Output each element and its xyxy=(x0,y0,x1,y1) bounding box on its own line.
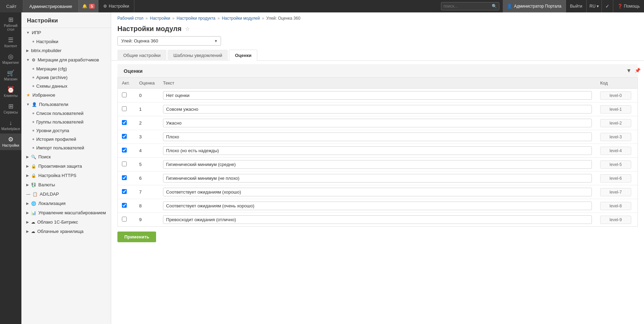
breadcrumb-link-2[interactable]: Настройки продукта xyxy=(177,16,215,21)
row-checkbox-1[interactable] xyxy=(122,106,127,111)
migrations-icon: ⚙ xyxy=(32,58,36,62)
sidebar-group-header-scaling[interactable]: ▶📊Управление масштабированием xyxy=(21,208,111,217)
row-text-input-3[interactable] xyxy=(163,132,592,141)
sidebar-item-users-Импорт_пользователей[interactable]: Импорт пользователей xyxy=(21,144,111,152)
collapse-icon[interactable]: ▼ xyxy=(626,68,632,74)
row-code-input-7[interactable] xyxy=(600,188,631,196)
sidebar-item-migrations-Миграции_(cfg)[interactable]: Миграции (cfg) xyxy=(21,65,111,73)
user-menu[interactable]: 👤 Администратор Портала xyxy=(503,0,566,12)
sidebar-item-migrations-Схемы_данных[interactable]: Схемы данных xyxy=(21,82,111,90)
sidebar-item-users-История_профилей[interactable]: История профилей xyxy=(21,135,111,144)
site-tab[interactable]: Сайт xyxy=(0,0,23,12)
row-checkbox-8[interactable] xyxy=(122,203,127,208)
breadcrumb-link-1[interactable]: Настройки xyxy=(150,16,170,21)
row-code-input-0[interactable] xyxy=(600,91,631,100)
row-code-input-8[interactable] xyxy=(600,202,631,210)
row-code-input-4[interactable] xyxy=(600,147,631,155)
row-text-input-4[interactable] xyxy=(163,146,592,155)
row-checkbox-5[interactable] xyxy=(122,161,127,166)
row-checkbox-6[interactable] xyxy=(122,175,127,180)
help-button[interactable]: ❓ Помощь xyxy=(613,0,644,12)
sidebar-group-localization: ▶🌐Локализация xyxy=(21,199,111,208)
row-text-input-1[interactable] xyxy=(163,105,592,114)
group-label-search: Поиск xyxy=(38,154,51,159)
row-checkbox-9[interactable] xyxy=(122,217,127,222)
notifications-button[interactable]: 🔔 5 xyxy=(79,0,98,12)
arrow-icon: ▶ xyxy=(26,49,29,52)
language-selector[interactable]: RU ▾ xyxy=(587,0,602,12)
nav-item-settings[interactable]: ⚙Настройки xyxy=(0,134,21,150)
row-code-input-9[interactable] xyxy=(600,216,631,224)
settings-topbar-button[interactable]: ⚙ Настройки xyxy=(98,0,134,12)
row-score-0: 0 xyxy=(135,89,159,102)
col-header-act: Акт. xyxy=(118,78,135,89)
row-checkbox-3[interactable] xyxy=(122,134,127,139)
row-checkbox-2[interactable] xyxy=(122,120,127,125)
row-text-input-2[interactable] xyxy=(163,119,592,127)
marketing-label: Маркетинг xyxy=(2,61,19,65)
apply-button[interactable]: Применить xyxy=(117,232,156,242)
table-row: 8 xyxy=(118,199,637,213)
tab-general[interactable]: Общие настройки xyxy=(117,50,166,61)
logout-button[interactable]: Выйти xyxy=(566,0,587,12)
row-checkbox-0[interactable] xyxy=(122,92,127,97)
sidebar-item-users-Группы_пользователей[interactable]: Группы пользователей xyxy=(21,118,111,126)
row-text-input-7[interactable] xyxy=(163,188,592,196)
sidebar-item-users-Уровни_доступа[interactable]: Уровни доступа xyxy=(21,126,111,135)
pin-icon[interactable]: 📌 xyxy=(635,68,641,73)
nav-item-shop[interactable]: 🛒Магазин xyxy=(0,67,21,84)
nav-item-clients[interactable]: ⏰Клиенты xyxy=(0,84,21,100)
tab-notifications[interactable]: Шаблоны уведомлений xyxy=(167,50,228,61)
sidebar-group-header-ipr[interactable]: ▼ИПР xyxy=(21,28,111,37)
sidebar-item-ipr-Настройки[interactable]: Настройки xyxy=(21,37,111,46)
sidebar-group-header-mpbuilder[interactable]: ▶bitrix.mpbuilder xyxy=(21,46,111,55)
sidebar-group-cloudstorage: ▶☁Облачные хранилища xyxy=(21,227,111,236)
item-label: История профилей xyxy=(36,137,76,142)
module-dropdown[interactable]: Улей: Оценка 360 ▾ xyxy=(117,36,221,46)
nav-item-marketing[interactable]: ◎Маркетинг xyxy=(0,51,21,67)
row-code-input-5[interactable] xyxy=(600,160,631,169)
row-checkbox-4[interactable] xyxy=(122,148,127,153)
table-row: 6 xyxy=(118,171,637,185)
sidebar-group-header-cloud[interactable]: ▶☁Облако 1С-Битрикс xyxy=(21,217,111,227)
sidebar-group-header-search[interactable]: ▶🔍Поиск xyxy=(21,152,111,161)
row-code-input-2[interactable] xyxy=(600,119,631,127)
content-area: Рабочий стол»Настройки»Настройки продукт… xyxy=(111,12,644,324)
row-code-input-6[interactable] xyxy=(600,174,631,183)
sidebar-group-header-https[interactable]: ▶🔒Настройка HTTPS xyxy=(21,171,111,180)
section-title: Оценки xyxy=(124,68,143,74)
favorite-star-icon[interactable]: ☆ xyxy=(185,26,190,32)
breadcrumb-link-0[interactable]: Рабочий стол xyxy=(117,16,143,21)
services-label: Сервисы xyxy=(3,110,18,114)
nav-item-marketplace[interactable]: ↓Marketplace xyxy=(0,117,21,134)
dot-icon xyxy=(32,77,34,78)
row-code-input-1[interactable] xyxy=(600,105,631,114)
sidebar-group-header-users[interactable]: ▼👤Пользователи xyxy=(21,100,111,109)
sidebar-item-users-Список_пользователей[interactable]: Список пользователей xyxy=(21,109,111,118)
checkmark-button[interactable]: ✓ xyxy=(602,0,613,12)
row-text-input-8[interactable] xyxy=(163,202,592,210)
sidebar-item-migrations-Архив_(archive)[interactable]: Архив (archive) xyxy=(21,73,111,82)
row-text-input-9[interactable] xyxy=(163,215,592,224)
sidebar-group-header-adldap[interactable]: —📋AD/LDAP xyxy=(21,189,111,199)
row-code-input-3[interactable] xyxy=(600,133,631,141)
sidebar-group-header-proactive[interactable]: ▶🔒Проактивная защита xyxy=(21,161,111,171)
sidebar-group-header-migrations[interactable]: ▼⚙Миграции для разработчиков xyxy=(21,55,111,65)
sidebar-group-header-localization[interactable]: ▶🌐Локализация xyxy=(21,199,111,208)
lang-label: RU xyxy=(589,4,595,9)
sidebar-group-header-currency[interactable]: ▶💱Валюты xyxy=(21,180,111,189)
tab-ratings[interactable]: Оценки xyxy=(229,50,257,61)
search-input[interactable] xyxy=(443,4,492,9)
admin-tab[interactable]: Администрирование xyxy=(23,0,79,12)
row-text-input-5[interactable] xyxy=(163,160,592,169)
nav-item-desktop[interactable]: ⊞Рабочий стол xyxy=(0,14,21,34)
row-checkbox-7[interactable] xyxy=(122,189,127,194)
row-text-input-0[interactable] xyxy=(163,91,592,100)
sidebar-group-header-cloudstorage[interactable]: ▶☁Облачные хранилища xyxy=(21,227,111,236)
row-text-input-6[interactable] xyxy=(163,174,592,183)
breadcrumb-link-3[interactable]: Настройки модулей xyxy=(222,16,260,21)
sidebar-group-header-favorites[interactable]: ★Избранное xyxy=(21,90,111,100)
nav-item-services[interactable]: ⊞Сервисы xyxy=(0,100,21,117)
nav-item-content[interactable]: ☰Контент xyxy=(0,34,21,51)
settings-icon: ⚙ xyxy=(8,136,13,143)
